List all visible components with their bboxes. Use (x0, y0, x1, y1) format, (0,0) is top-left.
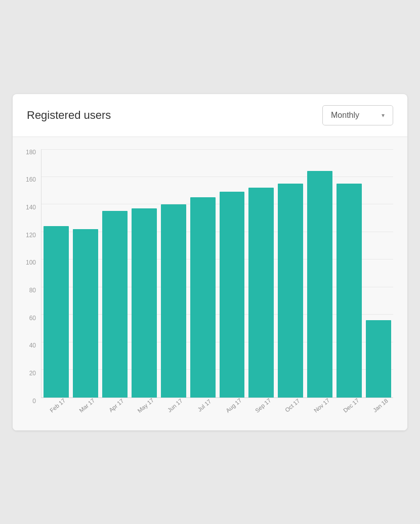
bar[interactable] (248, 188, 274, 398)
bar[interactable] (161, 204, 186, 398)
y-axis-label: 160 (23, 177, 36, 183)
y-axis-label: 60 (23, 315, 36, 321)
bars-section: Feb 17Mar 17Apr 17May 17Jun 17Jul 17Aug … (41, 149, 393, 422)
bar-col (159, 149, 188, 398)
y-axis-label: 120 (23, 232, 36, 238)
y-axis-label: 20 (23, 370, 36, 376)
bar[interactable] (307, 171, 332, 397)
bar[interactable] (220, 192, 245, 397)
bar-col (100, 149, 130, 398)
bar[interactable] (44, 226, 69, 397)
bar[interactable] (132, 208, 157, 398)
chart-area: 020406080100120140160180 Feb 17Mar 17Apr… (13, 137, 407, 430)
chevron-down-icon: ▾ (382, 112, 385, 119)
y-axis-label: 140 (23, 204, 36, 210)
bar-col (218, 149, 247, 398)
bar[interactable] (366, 320, 391, 398)
y-axis-label: 40 (23, 342, 36, 348)
y-axis-label: 100 (23, 259, 36, 266)
card-title: Registered users (27, 109, 111, 122)
bar-col (71, 149, 100, 398)
bar-col (188, 149, 218, 398)
period-dropdown[interactable]: Monthly ▾ (322, 105, 393, 125)
bar[interactable] (73, 229, 98, 398)
chart-container: 020406080100120140160180 Feb 17Mar 17Apr… (23, 149, 393, 422)
bar-col (364, 149, 393, 398)
bar-col (130, 149, 159, 398)
bar[interactable] (337, 184, 362, 398)
bar-col (41, 149, 71, 398)
y-axis: 020406080100120140160180 (23, 149, 41, 422)
bar-col (305, 149, 334, 398)
bars-wrapper (41, 149, 393, 398)
x-labels-container: Feb 17Mar 17Apr 17May 17Jun 17Jul 17Aug … (41, 400, 393, 422)
y-axis-label: 0 (23, 398, 36, 404)
y-axis-label: 180 (23, 149, 36, 155)
bar[interactable] (278, 184, 303, 398)
card: Registered users Monthly ▾ 0204060801001… (13, 94, 407, 430)
y-axis-label: 80 (23, 287, 36, 293)
bar-col (246, 149, 276, 398)
dropdown-selected: Monthly (331, 111, 359, 120)
bar-col (334, 149, 364, 398)
bar[interactable] (102, 211, 128, 397)
bar-col (276, 149, 305, 398)
bar[interactable] (190, 197, 216, 398)
card-header: Registered users Monthly ▾ (13, 94, 407, 137)
